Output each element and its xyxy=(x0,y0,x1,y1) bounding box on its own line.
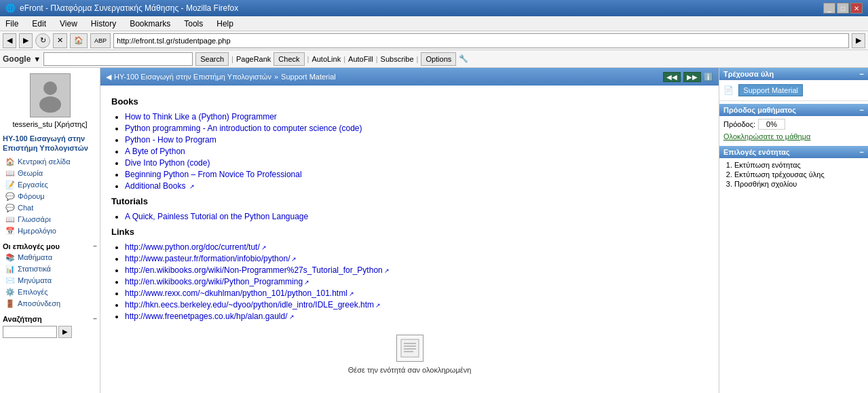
ext-link-4[interactable]: http://en.wikibooks.org/wiki/Python_Prog… xyxy=(125,277,309,286)
search-input[interactable] xyxy=(3,326,57,338)
breadcrumb-prev-button[interactable]: ◀◀ xyxy=(663,72,681,82)
breadcrumb-section: Support Material xyxy=(281,73,336,81)
support-material-link[interactable]: Support Material xyxy=(738,84,803,96)
google-bar: Google ▼ Search | PageRank Check | AutoL… xyxy=(0,50,868,68)
link-item-4: http://en.wikibooks.org/wiki/Python_Prog… xyxy=(125,277,708,286)
options-icon: ⚙️ xyxy=(5,288,15,297)
section-options-collapse[interactable]: − xyxy=(860,148,864,156)
menu-edit[interactable]: Edit xyxy=(29,18,49,30)
complete-course-link[interactable]: Ολοκληρώσατε το μάθημα xyxy=(723,132,810,141)
sidebar-item-home[interactable]: 🏠 Κεντρική σελίδα xyxy=(3,156,97,168)
sidebar-item-courses[interactable]: 📚 Μαθήματα xyxy=(3,252,97,263)
title-bar: 🌐 eFront - Πλατφόρμα Συνεργατικής Μάθηση… xyxy=(0,0,868,16)
current-material-header: Τρέχουσα ύλη − xyxy=(719,68,868,80)
breadcrumb-left: ◀ ΗΥ-100 Εισαγωγή στην Επιστήμη Υπολογισ… xyxy=(106,73,336,81)
menu-bookmarks[interactable]: Bookmarks xyxy=(127,18,173,30)
google-sep1: | xyxy=(231,55,233,63)
sidebar-item-calendar[interactable]: 📅 Ημερολόγιο xyxy=(3,225,97,237)
back-button[interactable]: ◀ xyxy=(3,33,16,48)
google-search-input[interactable] xyxy=(43,52,193,66)
book-link-6[interactable]: Beginning Python – From Novice To Profes… xyxy=(125,170,302,179)
maximize-button[interactable]: □ xyxy=(837,3,849,14)
address-bar xyxy=(113,33,849,48)
book-link-7[interactable]: Additional Books xyxy=(125,181,195,191)
breadcrumb-course: ΗΥ-100 Εισαγωγή στην Επιστήμη Υπολογιστώ… xyxy=(114,73,271,81)
tutorial-item-1: A Quick, Painless Tutorial on the Python… xyxy=(125,212,708,221)
menu-file[interactable]: File xyxy=(3,18,21,30)
breadcrumb-nav: ◀◀ ▶▶ ℹ️ xyxy=(663,72,713,82)
sidebar-item-messages[interactable]: ✉️ Μηνύματα xyxy=(3,275,97,286)
sidebar-item-logout[interactable]: 🚪 Αποσύνδεση xyxy=(3,298,97,310)
adblock-button[interactable]: ABP xyxy=(90,33,111,48)
menu-tools[interactable]: Tools xyxy=(181,18,206,30)
address-input[interactable] xyxy=(117,37,846,45)
ext-link-6[interactable]: http://hkn.eecs.berkeley.edu/~dyoo/pytho… xyxy=(125,300,381,310)
sidebar-item-glossary[interactable]: 📖 Γλωσσάρι xyxy=(3,214,97,225)
wrench-icon: 🔧 xyxy=(459,54,468,63)
book-item-6: Beginning Python – From Novice To Profes… xyxy=(125,170,708,179)
search-collapse[interactable]: − xyxy=(93,315,97,322)
menu-view[interactable]: View xyxy=(57,18,80,30)
search-section: Αναζήτηση − xyxy=(3,315,97,323)
sidebar-item-options[interactable]: ⚙️ Επιλογές xyxy=(3,286,97,298)
minimize-button[interactable]: _ xyxy=(823,3,835,14)
breadcrumb-next-button[interactable]: ▶▶ xyxy=(683,72,701,82)
ext-link-3[interactable]: http://en.wikibooks.org/wiki/Non-Program… xyxy=(125,265,390,275)
section-option-3[interactable]: Προσθήκη σχολίου xyxy=(734,180,864,188)
google-dropdown-icon: ▼ xyxy=(33,55,41,63)
current-material-collapse[interactable]: − xyxy=(860,70,864,78)
home-button[interactable]: 🏠 xyxy=(70,33,88,48)
home-icon: 🏠 xyxy=(5,157,15,166)
my-options-collapse[interactable]: − xyxy=(93,242,97,250)
ext-link-2[interactable]: http://www.pasteur.fr/formation/infobio/… xyxy=(125,254,297,263)
section-options-header: Επιλογές ενότητας − xyxy=(719,146,868,158)
refresh-button[interactable]: ↻ xyxy=(35,33,50,48)
options-button[interactable]: Options xyxy=(421,52,456,66)
complete-icon[interactable] xyxy=(396,335,423,362)
book-link-2[interactable]: Python programming - An introduction to … xyxy=(125,124,362,133)
sidebar-item-theory[interactable]: 📖 Θεωρία xyxy=(3,168,97,179)
calendar-icon: 📅 xyxy=(5,227,15,236)
go-button[interactable]: ▶ xyxy=(852,33,865,48)
menu-history[interactable]: History xyxy=(88,18,119,30)
book-link-1[interactable]: How to Think Like a (Python) Programmer xyxy=(125,112,277,121)
progress-collapse[interactable]: − xyxy=(860,106,864,114)
book-link-5[interactable]: Dive Into Python (code) xyxy=(125,158,210,168)
google-sep3: | xyxy=(343,55,345,63)
google-label: Google xyxy=(3,54,31,64)
menu-bar: File Edit View History Bookmarks Tools H… xyxy=(0,16,868,31)
support-material-section: 📄 Support Material xyxy=(719,80,868,101)
logout-icon: 🚪 xyxy=(5,299,15,308)
google-search-button[interactable]: Search xyxy=(195,52,229,66)
book-link-3[interactable]: Python - How to Program xyxy=(125,135,216,145)
section-options-list: Εκτύπωση ενότητας Εκτύπωση τρέχουσας ύλη… xyxy=(723,161,864,188)
svg-point-1 xyxy=(39,96,61,113)
breadcrumb-info-icon[interactable]: ℹ️ xyxy=(704,73,713,81)
my-options-section: Οι επιλογές μου − xyxy=(3,242,97,250)
menu-help[interactable]: Help xyxy=(214,18,236,30)
chat-icon: 💬 xyxy=(5,204,15,212)
books-title: Books xyxy=(111,96,708,107)
search-go-button[interactable]: ▶ xyxy=(58,326,72,338)
username-label: tesseris_stu [Χρήστης] xyxy=(12,120,87,128)
sidebar-course-title: ΗΥ-100 Εισαγωγή στην Επιστήμη Υπολογιστώ… xyxy=(3,134,97,153)
section-option-1[interactable]: Εκτύπωση ενότητας xyxy=(734,161,864,169)
ext-link-1[interactable]: http://www.python.org/doc/current/tut/ xyxy=(125,242,267,252)
forward-button[interactable]: ▶ xyxy=(19,33,33,48)
ext-link-5[interactable]: http://www.rexx.com/~dkuhlman/python_101… xyxy=(125,288,354,298)
ext-link-7[interactable]: http://www.freenetpages.co.uk/hp/alan.ga… xyxy=(125,312,295,321)
courses-icon: 📚 xyxy=(5,253,15,262)
content-area: Books How to Think Like a (Python) Progr… xyxy=(100,86,719,393)
close-button[interactable]: ✕ xyxy=(850,3,863,14)
tutorials-list: A Quick, Painless Tutorial on the Python… xyxy=(111,212,708,221)
tutorial-link-1[interactable]: A Quick, Painless Tutorial on the Python… xyxy=(125,212,308,221)
sidebar-item-chat[interactable]: 💬 Chat xyxy=(3,202,97,214)
check-button[interactable]: Check xyxy=(273,52,304,66)
sidebar-item-stats[interactable]: 📊 Στατιστικά xyxy=(3,263,97,275)
book-link-4[interactable]: A Byte of Python xyxy=(125,147,185,156)
sidebar-item-forum[interactable]: 💬 Φόρουμ xyxy=(3,191,97,202)
avatar-area: tesseris_stu [Χρήστης] xyxy=(3,73,97,128)
sidebar-item-assignments[interactable]: 📝 Εργασίες xyxy=(3,179,97,191)
section-option-2[interactable]: Εκτύπωση τρέχουσας ύλης xyxy=(734,170,864,179)
stop-button[interactable]: ✕ xyxy=(53,33,67,48)
